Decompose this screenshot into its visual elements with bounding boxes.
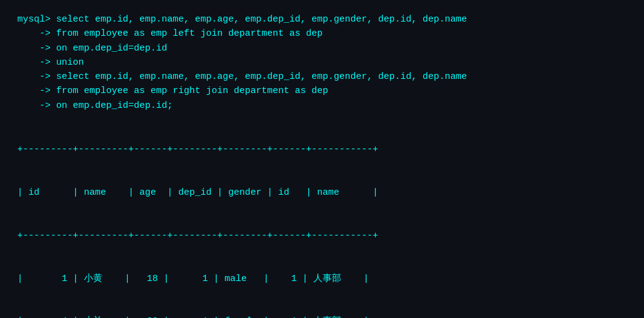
query-line-4: union — [51, 57, 84, 68]
query-line-2: from employee as emp left join departmen… — [51, 28, 323, 39]
table-separator-mid: +---------+---------+------+--------+---… — [17, 229, 644, 243]
terminal-window: mysql> select emp.id, emp.name, emp.age,… — [9, 6, 644, 318]
continuation-arrow-3: -> — [17, 57, 51, 68]
continuation-arrow-4: -> — [17, 71, 51, 82]
query-line-1: select emp.id, emp.name, emp.age, emp.de… — [51, 14, 467, 25]
mysql-prompt: mysql> — [17, 14, 51, 25]
sql-query-block: mysql> select emp.id, emp.name, emp.age,… — [17, 12, 644, 113]
result-table: +---------+---------+------+--------+---… — [17, 114, 644, 318]
continuation-arrow-1: -> — [17, 28, 51, 39]
query-line-3: on emp.dep_id=dep.id — [51, 43, 167, 54]
query-line-7: on emp.dep_id=dep.id; — [51, 100, 173, 111]
continuation-arrow-6: -> — [17, 100, 51, 111]
query-line-5: select emp.id, emp.name, emp.age, emp.de… — [51, 71, 467, 82]
table-header-row: | id | name | age | dep_id | gender | id… — [17, 186, 644, 200]
table-row: | 1 | 小黄 | 18 | 1 | male | 1 | 人事部 | — [17, 272, 644, 286]
query-line-6: from employee as emp right join departme… — [51, 86, 328, 96]
table-row: | 4 | 小兰 | 20 | 1 | female | 1 | 人事部 | — [17, 314, 644, 318]
continuation-arrow-2: -> — [17, 43, 51, 54]
continuation-arrow-5: -> — [17, 86, 51, 96]
table-separator-top: +---------+---------+------+--------+---… — [17, 142, 644, 157]
